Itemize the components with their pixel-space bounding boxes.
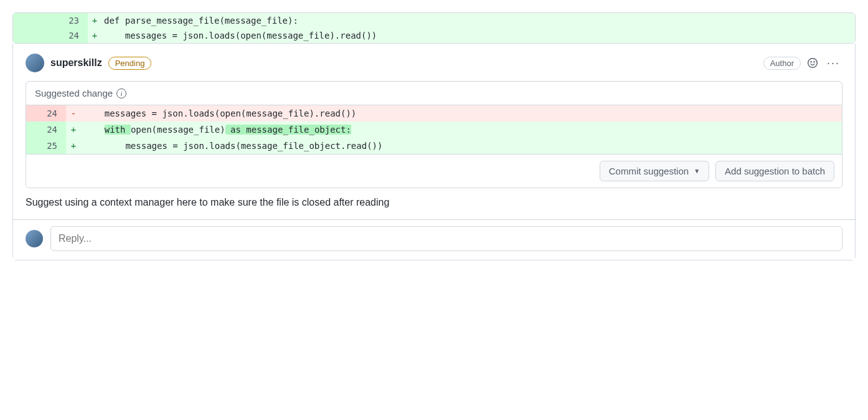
avatar[interactable]: [26, 54, 44, 72]
caret-down-icon: ▼: [694, 168, 700, 174]
suggestion-line-addition: 24 + with open(message_file) as message_…: [26, 122, 842, 138]
comment-header: superskillz Pending Author ···: [26, 54, 842, 72]
line-number-old: [13, 13, 50, 28]
svg-point-0: [808, 59, 818, 68]
kebab-menu-icon[interactable]: ···: [824, 57, 842, 70]
line-number: 24: [26, 122, 66, 138]
suggestion-line-deletion: 24 - messages = json.loads(open(message_…: [26, 105, 842, 122]
diff-marker: -: [66, 105, 81, 122]
suggestion-line-addition: 25 + messages = json.loads(message_file_…: [26, 138, 842, 154]
diff-marker: +: [88, 28, 101, 43]
pending-badge: Pending: [108, 57, 152, 70]
reply-input[interactable]: [50, 226, 842, 251]
avatar[interactable]: [26, 230, 43, 247]
diff-line: 24 + messages = json.loads(open(message_…: [13, 28, 855, 43]
svg-point-1: [811, 62, 811, 62]
line-number-old: [13, 28, 50, 43]
diff-code: with open(message_file) as message_file_…: [81, 122, 842, 138]
suggestion-title: Suggested change i: [26, 82, 842, 105]
add-to-batch-button[interactable]: Add suggestion to batch: [715, 161, 834, 181]
diff-marker: +: [66, 122, 81, 138]
line-number: 24: [26, 105, 66, 122]
diff-marker: +: [88, 13, 101, 28]
line-number-new: 23: [50, 13, 88, 28]
comment-text: Suggest using a context manager here to …: [26, 197, 842, 219]
line-number-new: 24: [50, 28, 88, 43]
diff-line: 23 + def parse_message_file(message_file…: [13, 13, 855, 28]
suggestion-block: Suggested change i 24 - messages = json.…: [26, 81, 842, 188]
diff-code: messages = json.loads(open(message_file)…: [81, 105, 842, 122]
review-comment: superskillz Pending Author ··· Suggested…: [12, 44, 856, 260]
suggestion-actions: Commit suggestion ▼ Add suggestion to ba…: [26, 154, 842, 188]
svg-point-2: [814, 62, 814, 62]
diff-marker: +: [66, 138, 81, 154]
info-icon[interactable]: i: [116, 88, 126, 98]
author-badge: Author: [763, 57, 801, 70]
diff-view: 23 + def parse_message_file(message_file…: [12, 12, 856, 44]
reply-row: [13, 219, 855, 260]
diff-code: def parse_message_file(message_file):: [101, 13, 855, 28]
suggestion-title-text: Suggested change: [35, 88, 113, 98]
username[interactable]: superskillz: [50, 57, 102, 69]
diff-code: messages = json.loads(message_file_objec…: [81, 138, 842, 154]
commit-suggestion-button[interactable]: Commit suggestion ▼: [600, 161, 709, 181]
line-number: 25: [26, 138, 66, 154]
emoji-icon[interactable]: [807, 57, 818, 69]
diff-code: messages = json.loads(open(message_file)…: [101, 28, 855, 43]
